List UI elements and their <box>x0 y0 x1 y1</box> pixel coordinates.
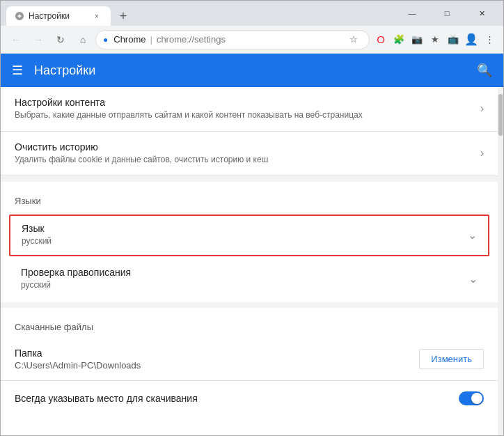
settings-content: Настройки контента Выбрать, какие данные… <box>1 87 498 435</box>
downloads-section-header: Скачанные файлы <box>1 308 498 338</box>
always-ask-toggle[interactable] <box>459 391 484 405</box>
clear-history-item[interactable]: Очистить историю Удалить файлы cookie и … <box>1 132 498 176</box>
content-settings-title: Настройки контента <box>15 97 480 108</box>
always-ask-label: Всегда указывать место для скачивания <box>15 393 459 404</box>
always-ask-item: Всегда указывать место для скачивания <box>1 380 498 416</box>
language-item-title: Язык <box>22 223 468 234</box>
spell-check-item[interactable]: Проверка правописания русский ⌄ <box>9 259 489 299</box>
clear-history-arrow: › <box>480 147 484 159</box>
folder-item-content: Папка C:\Users\Admin-PC\Downloads <box>15 348 419 371</box>
change-folder-button[interactable]: Изменить <box>419 349 484 369</box>
address-separator: | <box>150 34 152 45</box>
title-bar: Настройки × + — □ ✕ <box>1 1 503 26</box>
forward-button[interactable]: → <box>29 30 48 49</box>
tab-close-button[interactable]: × <box>91 10 102 22</box>
home-button[interactable]: ⌂ <box>73 30 93 49</box>
close-button[interactable]: ✕ <box>466 1 498 26</box>
downloads-section: Скачанные файлы Папка C:\Users\Admin-PC\… <box>1 302 498 416</box>
spell-check-title: Проверка правописания <box>21 267 468 278</box>
tab-bar: Настройки × + <box>6 1 396 26</box>
language-item-arrow: ⌄ <box>468 228 477 242</box>
refresh-button[interactable]: ↻ <box>51 30 70 49</box>
address-bar[interactable]: ● Chrome | chrome://settings ☆ <box>95 30 370 49</box>
languages-section-header: Языки <box>1 182 498 212</box>
content-settings-arrow: › <box>480 102 484 115</box>
spell-check-arrow: ⌄ <box>468 272 478 286</box>
spell-check-value: русский <box>21 279 468 291</box>
extensions-icon[interactable]: 🧩 <box>391 31 407 48</box>
menu-button[interactable]: ⋮ <box>481 31 498 48</box>
tab-title: Настройки <box>29 11 70 21</box>
language-item-value: русский <box>22 235 468 247</box>
header-title: Настройки <box>34 63 466 78</box>
scrollbar[interactable] <box>498 87 503 435</box>
cast-icon[interactable]: 📺 <box>445 31 462 48</box>
clear-history-title: Очистить историю <box>15 141 480 153</box>
content-settings-item[interactable]: Настройки контента Выбрать, какие данные… <box>1 87 498 131</box>
spell-check-content: Проверка правописания русский <box>21 267 468 291</box>
folder-value: C:\Users\Admin-PC\Downloads <box>15 360 419 371</box>
content-settings-desc: Выбрать, какие данные отправлять сайтам … <box>15 109 480 121</box>
languages-section: Языки Язык русский ⌄ Провер <box>1 176 498 299</box>
window-frame: Настройки × + — □ ✕ ← → ↻ ⌂ ● Chrome | c… <box>0 0 504 436</box>
profile-icon[interactable]: 👤 <box>463 31 480 48</box>
bookmark-icon[interactable]: ☆ <box>345 31 362 48</box>
header-search-icon[interactable]: 🔍 <box>477 63 492 78</box>
active-tab[interactable]: Настройки × <box>6 6 111 26</box>
content-settings-card: Настройки контента Выбрать, какие данные… <box>1 87 498 176</box>
folder-item: Папка C:\Users\Admin-PC\Downloads Измени… <box>1 338 498 380</box>
back-button[interactable]: ← <box>6 30 26 49</box>
language-item-content: Язык русский <box>22 223 468 247</box>
address-path: chrome://settings <box>157 34 226 45</box>
new-tab-button[interactable]: + <box>113 6 133 26</box>
spell-check-item-inner[interactable]: Проверка правописания русский ⌄ <box>10 260 489 299</box>
toggle-knob <box>471 393 482 404</box>
bookmarks-icon[interactable]: ★ <box>427 31 443 48</box>
content-settings-content: Настройки контента Выбрать, какие данные… <box>15 97 480 121</box>
clear-history-content: Очистить историю Удалить файлы cookie и … <box>15 141 480 166</box>
minimize-button[interactable]: — <box>396 1 428 26</box>
folder-title: Папка <box>15 348 419 359</box>
toolbar: ← → ↻ ⌂ ● Chrome | chrome://settings ☆ O… <box>1 26 503 54</box>
language-item-highlighted[interactable]: Язык русский ⌄ <box>9 215 489 256</box>
address-text: Chrome | chrome://settings <box>113 34 340 45</box>
opera-icon[interactable]: O <box>372 31 389 48</box>
secure-icon: ● <box>103 35 108 45</box>
screenshot-icon[interactable]: 📷 <box>409 31 425 48</box>
content-area: Настройки контента Выбрать, какие данные… <box>1 87 503 435</box>
clear-history-desc: Удалить файлы cookie и данные сайтов, оч… <box>15 154 480 166</box>
settings-header: ☰ Настройки 🔍 <box>1 54 503 87</box>
tab-favicon <box>15 11 24 21</box>
toolbar-right: O 🧩 📷 ★ 📺 👤 ⋮ <box>372 31 498 48</box>
maximize-button[interactable]: □ <box>431 1 463 26</box>
address-domain: Chrome <box>113 34 145 45</box>
language-item-inner[interactable]: Язык русский ⌄ <box>10 216 488 255</box>
window-controls: — □ ✕ <box>396 1 498 26</box>
scrollbar-thumb <box>498 94 503 136</box>
header-menu-icon[interactable]: ☰ <box>12 63 23 78</box>
